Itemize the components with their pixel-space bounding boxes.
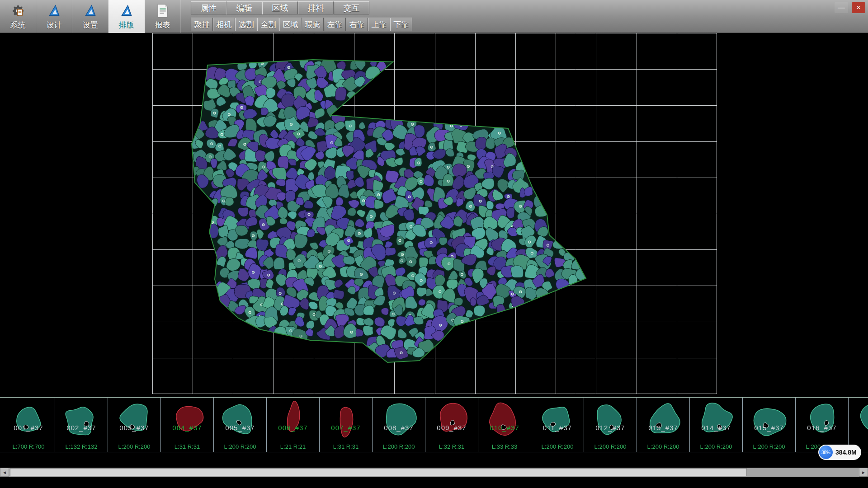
part-lr-count: L:31 R:31	[320, 443, 372, 450]
part-lr-count: L:32 R:31	[425, 443, 478, 450]
scroll-thumb[interactable]	[10, 468, 747, 476]
nav-design[interactable]: 设计	[36, 0, 72, 33]
part-lr-count: L:21 R:21	[267, 443, 319, 450]
top-toolbar: 系统 设计 设置	[0, 0, 868, 33]
nav-label: 设置	[83, 20, 98, 30]
scroll-right-arrow[interactable]: ►	[859, 468, 868, 477]
progress-circle: 38%	[819, 446, 833, 459]
part-thumbnail	[585, 399, 637, 442]
part-tile[interactable]	[849, 398, 868, 452]
menu-nesting[interactable]: 排料	[298, 1, 334, 14]
tool-bar: 聚排 相机 选割 全割 区域 瑕疵 左靠 右靠 上靠 下靠	[191, 18, 412, 31]
tool-align-right[interactable]: 右靠	[346, 18, 368, 31]
workspace	[152, 33, 717, 394]
part-tile[interactable]: 004_#37L:31 R:31	[161, 398, 214, 452]
nav-settings[interactable]: 设置	[72, 0, 108, 33]
part-tile[interactable]: 016_#37L:200 R:200	[796, 398, 849, 452]
minimize-button[interactable]: —	[835, 2, 848, 13]
status-badge: 38% 384.8M	[818, 445, 861, 460]
part-tile[interactable]: 009_#37L:32 R:31	[425, 398, 478, 452]
part-lr-count: L:33 R:33	[478, 443, 531, 450]
memory-usage: 384.8M	[835, 449, 857, 456]
tool-defect[interactable]: 瑕疵	[302, 18, 324, 31]
part-tile[interactable]: 015_#37L:200 R:200	[743, 398, 796, 452]
part-thumbnail	[743, 399, 795, 442]
part-thumbnail	[373, 399, 425, 442]
gear-icon	[10, 3, 26, 19]
tool-camera[interactable]: 相机	[213, 18, 235, 31]
part-thumbnail	[637, 399, 689, 442]
part-thumbnail	[108, 399, 160, 442]
tool-cut-all[interactable]: 全割	[257, 18, 279, 31]
part-thumbnail	[796, 399, 848, 442]
part-thumbnail	[320, 399, 372, 442]
part-thumbnail	[267, 399, 319, 442]
close-button[interactable]: ×	[852, 2, 865, 13]
part-tile[interactable]: 001_#37L:700 R:700	[2, 398, 55, 452]
part-thumbnail	[426, 399, 478, 442]
set-square-icon	[82, 3, 99, 19]
part-lr-count: L:200 R:200	[637, 443, 689, 450]
tool-select-cut[interactable]: 选割	[235, 18, 257, 31]
part-thumbnail	[690, 399, 742, 442]
app-window: 系统 设计 设置	[0, 0, 868, 488]
part-lr-count: L:132 R:132	[55, 443, 108, 450]
part-lr-count: L:31 R:31	[161, 443, 213, 450]
part-lr-count: L:200 R:200	[531, 443, 584, 450]
set-square-icon	[46, 3, 62, 19]
part-tile[interactable]: 007_#37L:31 R:31	[320, 398, 373, 452]
part-lr-count: L:700 R:700	[2, 443, 55, 450]
part-thumbnail	[479, 399, 531, 442]
menu-bar: 属性 编辑 区域 排料 交互	[191, 1, 369, 14]
nav-label: 报表	[155, 20, 170, 30]
part-tile[interactable]: 003_#37L:200 R:200	[108, 398, 161, 452]
part-thumbnail	[849, 399, 868, 442]
menu-region[interactable]: 区域	[262, 1, 298, 14]
tool-region[interactable]: 区域	[279, 18, 302, 31]
horizontal-scrollbar[interactable]: ◄ ►	[0, 468, 868, 477]
scroll-left-arrow[interactable]: ◄	[0, 468, 9, 477]
menu-interaction[interactable]: 交互	[334, 1, 369, 14]
main-nav: 系统 设计 设置	[0, 0, 181, 33]
scroll-track[interactable]	[9, 468, 859, 477]
part-lr-count: L:200 R:200	[743, 443, 795, 450]
parts-strip: 001_#37L:700 R:700002_#37L:132 R:132003_…	[0, 397, 868, 452]
nav-system[interactable]: 系统	[0, 0, 36, 33]
nav-label: 系统	[10, 20, 26, 30]
part-thumbnail	[532, 399, 584, 442]
tool-align-left[interactable]: 左靠	[324, 18, 346, 31]
part-tile[interactable]: 012_#37L:200 R:200	[584, 398, 637, 452]
tool-cluster-nest[interactable]: 聚排	[191, 18, 213, 31]
tool-align-bottom[interactable]: 下靠	[390, 18, 412, 31]
part-tile[interactable]: 010_#37L:33 R:33	[478, 398, 531, 452]
part-lr-count: L:200 R:200	[108, 443, 160, 450]
nav-label: 排版	[119, 20, 134, 30]
part-tile[interactable]: 014_#37L:200 R:200	[690, 398, 743, 452]
part-tile[interactable]: 008_#37L:200 R:200	[373, 398, 425, 452]
nav-label: 设计	[47, 20, 62, 30]
part-thumbnail	[161, 399, 213, 442]
window-controls: — ×	[835, 2, 865, 13]
nav-report[interactable]: 报表	[145, 0, 181, 33]
part-lr-count: L:200 R:200	[584, 443, 637, 450]
tool-align-top[interactable]: 上靠	[368, 18, 390, 31]
menu-edit[interactable]: 编辑	[226, 1, 262, 14]
part-lr-count: L:200 R:200	[373, 443, 425, 450]
part-tile[interactable]: 011_#37L:200 R:200	[531, 398, 584, 452]
part-lr-count: L:200 R:200	[214, 443, 266, 450]
menu-attributes[interactable]: 属性	[191, 1, 226, 14]
part-thumbnail	[214, 399, 266, 442]
part-tile[interactable]: 005_#37L:200 R:200	[214, 398, 267, 452]
part-thumbnail	[3, 399, 55, 442]
part-tile[interactable]: 002_#37L:132 R:132	[55, 398, 108, 452]
nesting-canvas[interactable]	[152, 33, 717, 394]
part-lr-count: L:200 R:200	[690, 443, 742, 450]
part-tile[interactable]: 006_#37L:21 R:21	[267, 398, 320, 452]
part-thumbnail	[56, 399, 108, 442]
nav-layout[interactable]: 排版	[108, 0, 145, 33]
part-tile[interactable]: 013_#37L:200 R:200	[637, 398, 690, 452]
set-square-icon	[118, 3, 135, 19]
document-icon	[155, 3, 171, 19]
